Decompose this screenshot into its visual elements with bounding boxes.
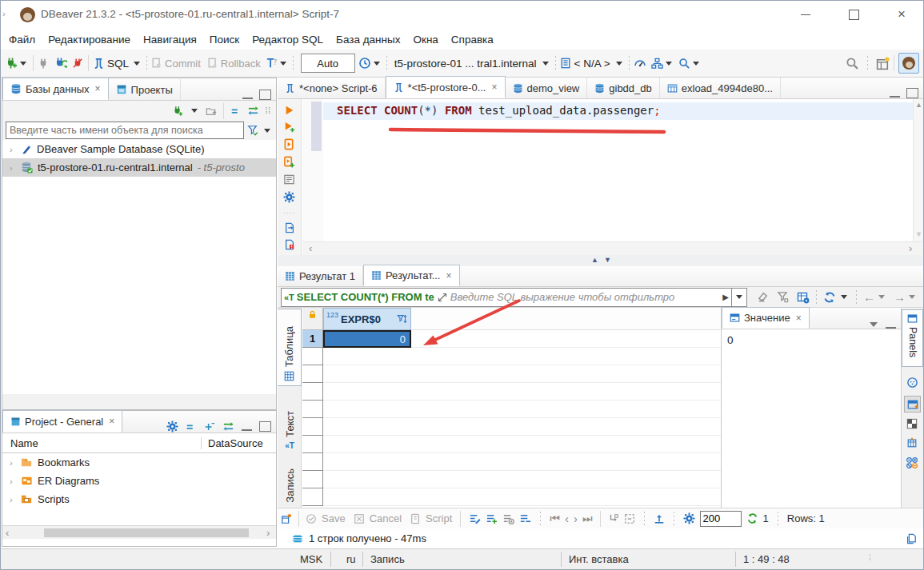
editor-minimize-icon[interactable] <box>890 94 900 98</box>
script-button[interactable]: Script <box>426 512 452 524</box>
object-search-input[interactable] <box>6 122 244 139</box>
metadata-panel-icon[interactable] <box>906 418 918 429</box>
expand-chevron-icon[interactable]: › <box>10 145 16 154</box>
new-folder-icon[interactable] <box>206 106 217 117</box>
execute-statement-icon[interactable] <box>284 105 295 116</box>
presentation-tab-grid[interactable]: Таблица <box>278 309 302 386</box>
quick-search-dropdown[interactable] <box>693 62 699 66</box>
editor-vscrollbar[interactable]: ▲ ▼ <box>913 99 923 241</box>
minimize-button[interactable] <box>788 1 823 28</box>
new-connection-dropdown[interactable] <box>20 62 26 66</box>
refresh-dropdown[interactable] <box>841 295 847 299</box>
prev-row-icon[interactable]: ‹ <box>565 512 569 525</box>
sql-editor-dropdown[interactable] <box>134 62 140 66</box>
project-link-editor-icon[interactable] <box>222 421 234 432</box>
menu-file[interactable]: Файл <box>9 34 35 46</box>
dbeaver-perspective-icon[interactable] <box>898 53 919 74</box>
close-button[interactable]: × <box>884 1 919 28</box>
tab-databases[interactable]: Базы данных × <box>2 78 109 100</box>
project-collapse-all-icon[interactable] <box>186 421 197 432</box>
duplicate-row-icon[interactable] <box>502 512 514 524</box>
first-row-icon[interactable]: ⏮ <box>550 512 560 525</box>
project-minimize-icon[interactable] <box>242 427 252 431</box>
tab-gibdd-db[interactable]: gibdd_db <box>587 78 660 98</box>
reconnect-icon[interactable] <box>54 57 67 70</box>
menu-help[interactable]: Справка <box>451 34 494 46</box>
expand-filter-icon[interactable] <box>438 293 447 302</box>
explain-plan-icon[interactable] <box>283 173 295 185</box>
project-expand-all-icon[interactable] <box>204 421 215 432</box>
maximize-button[interactable] <box>836 1 871 28</box>
open-perspective-icon[interactable] <box>876 57 890 70</box>
pin-result-icon[interactable] <box>281 513 292 524</box>
column-filter-sort-icon[interactable] <box>397 313 408 325</box>
scroll-right-icon[interactable]: › <box>909 242 912 254</box>
collapse-all-icon[interactable] <box>230 106 242 117</box>
tab-script-6[interactable]: *<none> Script-6 <box>278 78 386 98</box>
nav-back-dropdown[interactable] <box>878 295 885 299</box>
fetch-next-page-icon[interactable] <box>608 513 619 524</box>
schema-selector[interactable]: < N/A > <box>574 58 610 70</box>
presentation-tab-text[interactable]: Текст «T <box>278 397 302 453</box>
grid-corner-cell[interactable] <box>302 308 323 330</box>
history-clock-icon[interactable] <box>358 57 371 70</box>
global-search-icon[interactable] <box>846 57 859 70</box>
sql-editor-label[interactable]: SQL <box>107 58 129 70</box>
navigator-new-connection-icon[interactable] <box>172 106 183 117</box>
execute-new-tab-icon[interactable] <box>284 122 295 133</box>
navigator-maximize-icon[interactable] <box>259 90 271 100</box>
datasource-dropdown[interactable] <box>542 62 549 66</box>
scroll-left-icon[interactable]: ‹ <box>6 527 9 539</box>
expand-chevron-icon[interactable]: › <box>10 476 16 486</box>
scroll-down-icon[interactable]: ▼ <box>915 230 922 238</box>
value-panel-menu-icon[interactable] <box>870 322 878 327</box>
results-settings-gear-icon[interactable] <box>683 512 695 524</box>
auto-commit-combo[interactable]: Auto <box>301 54 355 73</box>
tree-item-sample-database[interactable]: › DBeaver Sample Database (SQLite) <box>2 140 276 158</box>
edit-cell-icon[interactable] <box>469 512 481 524</box>
project-item-er-diagrams[interactable]: › ER Diagrams <box>2 472 276 490</box>
quick-search-icon[interactable] <box>678 58 690 70</box>
fetch-all-icon[interactable] <box>624 513 635 524</box>
sql-editor-icon[interactable] <box>93 58 105 70</box>
tab-t5-prostore-script[interactable]: *<t5-prostore-0... × <box>386 76 506 98</box>
selected-cell[interactable]: 0 <box>323 330 411 348</box>
filter-more-icon[interactable]: ▶ <box>722 293 729 301</box>
nav-forward-icon[interactable]: → <box>894 290 906 304</box>
project-maximize-icon[interactable] <box>259 421 271 432</box>
nav-back-icon[interactable]: ← <box>863 290 875 304</box>
filter-history-dropdown[interactable] <box>732 288 747 307</box>
tab-result-1[interactable]: Результат 1 <box>278 266 363 286</box>
new-connection-icon[interactable] <box>5 57 18 70</box>
expand-chevron-icon[interactable]: › <box>10 458 16 468</box>
project-hscrollbar[interactable]: ‹ › <box>2 525 276 539</box>
tab-close-icon[interactable]: × <box>491 82 497 93</box>
tab-close-icon[interactable]: × <box>446 270 452 281</box>
delete-row-icon[interactable] <box>519 512 531 524</box>
tab-result-2[interactable]: Результат... × <box>363 265 460 286</box>
fetch-size-input[interactable] <box>700 511 742 527</box>
filter-input-box[interactable]: «T SELECT COUNT(*) FROM te Введите SQL в… <box>281 288 732 307</box>
navigator-minimize-icon[interactable] <box>242 95 253 99</box>
custom-filter-icon[interactable] <box>797 291 810 304</box>
value-panel-minimize-icon[interactable] <box>886 325 896 329</box>
performance-gauge-icon[interactable] <box>634 57 646 70</box>
connect-icon[interactable] <box>38 58 50 70</box>
filter-dropdown[interactable] <box>264 129 270 133</box>
tab-value[interactable]: Значение × <box>722 307 810 329</box>
log-errors-icon[interactable] <box>284 239 295 250</box>
clear-filter-icon[interactable] <box>757 291 769 303</box>
tree-item-t5-prostore[interactable]: › t5-prostore-01.ru-central1.internal - … <box>2 158 276 177</box>
menu-sql-editor[interactable]: Редактор SQL <box>252 34 323 46</box>
sash-up-icon[interactable]: ▲ <box>591 256 598 264</box>
menu-search[interactable]: Поиск <box>210 34 239 46</box>
history-dropdown[interactable] <box>374 62 380 66</box>
nav-forward-dropdown[interactable] <box>909 295 915 299</box>
export-data-icon[interactable] <box>654 513 665 524</box>
cancel-button[interactable]: Cancel <box>370 512 402 524</box>
commit-button[interactable]: Commit <box>165 58 201 70</box>
save-button[interactable]: Save <box>322 512 346 524</box>
expand-chevron-icon[interactable]: › <box>10 495 16 504</box>
tab-value-close-icon[interactable]: × <box>796 313 802 324</box>
scroll-up-icon[interactable]: ▲ <box>915 101 922 109</box>
